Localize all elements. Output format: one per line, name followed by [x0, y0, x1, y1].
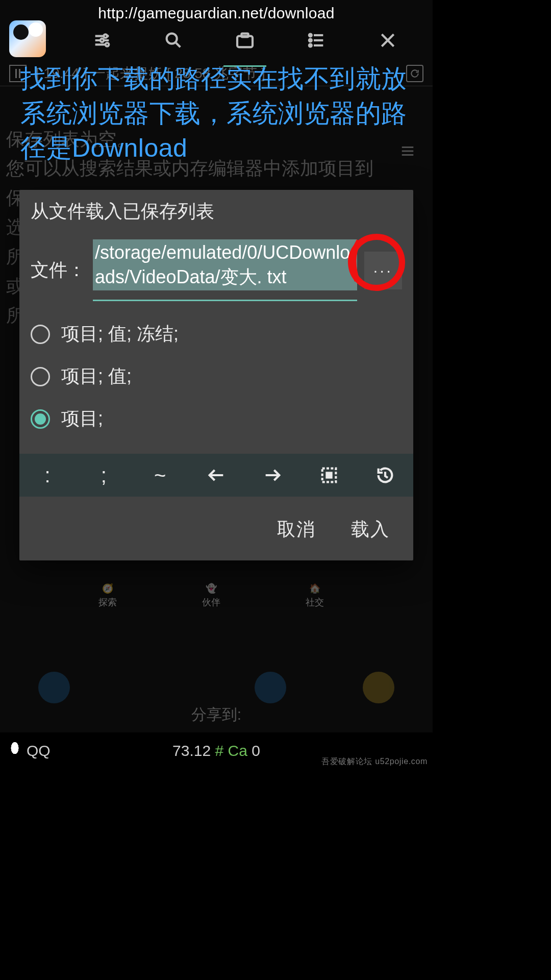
close-icon[interactable]	[352, 25, 423, 56]
share-qq-friend-icon[interactable]	[255, 672, 286, 703]
cancel-button[interactable]: 取消	[277, 517, 316, 542]
svg-rect-10	[325, 472, 332, 479]
target-app-icon[interactable]	[9, 20, 46, 57]
dialog-title: 从文件载入已保存列表	[19, 190, 413, 239]
radio-item-value[interactable]: 项目; 值;	[31, 364, 402, 389]
radio-item-only[interactable]: 项目;	[31, 406, 402, 431]
share-label: 分享到:	[0, 704, 433, 725]
browse-button[interactable]: ···	[364, 252, 402, 289]
svg-point-7	[309, 39, 312, 42]
url-text: http://gameguardian.net/download	[98, 5, 334, 22]
list-icon[interactable]	[281, 25, 352, 56]
file-input-row: 文件： /storage/emulated/0/UCDownloads/Vide…	[19, 239, 413, 308]
radio-icon	[31, 367, 50, 386]
game-nav-explore: 🧭探索	[98, 583, 117, 608]
settings-sliders-icon[interactable]	[66, 25, 138, 56]
gg-top-toolbar	[0, 24, 433, 56]
radio-item-value-freeze[interactable]: 项目; 值; 冻结;	[31, 322, 402, 347]
arrow-right-icon[interactable]	[244, 454, 300, 497]
file-label: 文件：	[31, 258, 86, 283]
load-mode-radios: 项目; 值; 冻结; 项目; 值; 项目;	[19, 308, 413, 436]
share-album-icon[interactable]	[38, 672, 70, 703]
history-icon[interactable]	[357, 454, 413, 497]
qq-penguin-icon	[7, 742, 22, 760]
status-center: 73.12 # Ca 0	[172, 742, 260, 760]
search-icon[interactable]	[138, 25, 209, 56]
svg-point-8	[309, 44, 312, 47]
url-bar: http://gameguardian.net/download	[0, 0, 433, 27]
saved-list-tab-icon[interactable]	[209, 25, 281, 56]
radio-icon	[31, 325, 50, 344]
radio-icon	[31, 409, 50, 429]
radio-label: 项目; 值;	[61, 364, 132, 389]
insert-tilde-button[interactable]: ~	[132, 454, 188, 497]
insert-semicolon-button[interactable]: ;	[76, 454, 132, 497]
share-icons-row	[0, 667, 433, 708]
arrow-left-icon[interactable]	[188, 454, 244, 497]
dialog-actions: 取消 载入	[19, 497, 413, 560]
game-nav-partner: 👻伙伴	[202, 583, 220, 608]
file-path-input[interactable]: /storage/emulated/0/UCDownloads/VideoDat…	[93, 239, 357, 301]
select-all-icon[interactable]	[300, 454, 357, 497]
load-button[interactable]: 载入	[351, 517, 390, 542]
qq-indicator: QQ	[7, 742, 51, 760]
insert-colon-button[interactable]: :	[19, 454, 76, 497]
svg-point-0	[104, 34, 107, 38]
radio-label: 项目;	[61, 406, 103, 431]
svg-point-6	[309, 34, 312, 37]
gg-status-bar: QQ 73.12 # Ca 0 吾爱破解论坛 u52pojie.com	[0, 732, 433, 769]
radio-label: 项目; 值; 冻结;	[61, 322, 179, 347]
svg-point-3	[167, 34, 177, 44]
load-list-dialog: 从文件载入已保存列表 文件： /storage/emulated/0/UCDow…	[19, 190, 413, 560]
watermark: 吾爱破解论坛 u52pojie.com	[321, 757, 428, 766]
svg-point-2	[106, 43, 109, 46]
svg-point-1	[101, 39, 104, 42]
tutorial-annotation: 找到你下载的路径实在找不到就放系统浏览器下载，系统浏览器的路径是Download	[20, 61, 422, 165]
game-nav-social: 🏠社交	[306, 583, 324, 608]
share-qzone-icon[interactable]	[363, 672, 394, 703]
symbol-toolbar: : ; ~	[19, 454, 413, 497]
